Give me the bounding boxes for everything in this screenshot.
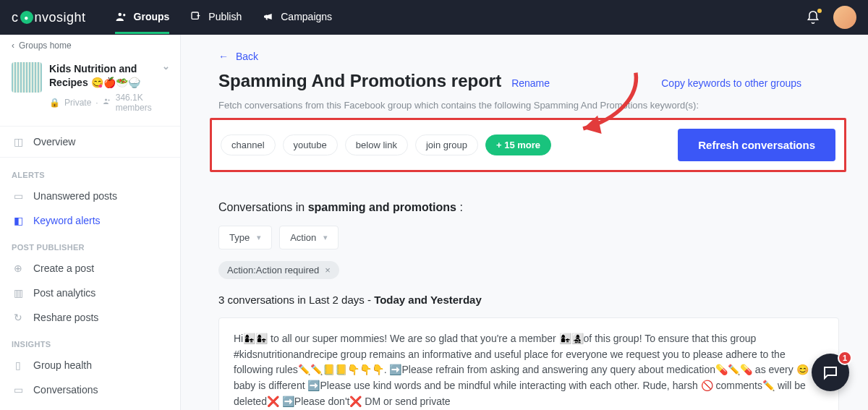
sidebar-section-group-settings: GROUP SETTINGS [0, 402, 180, 410]
sidebar-item-label: Reshare posts [33, 312, 98, 323]
group-members: 346.1K members [116, 93, 169, 113]
sidebar-item-label: Unanswered posts [33, 190, 117, 202]
logo-mark-icon: ● [20, 11, 33, 24]
page-description: Fetch conversations from this Facebook g… [181, 97, 868, 118]
page-title: Spamming And Promotions report [218, 71, 501, 91]
nav-groups[interactable]: Groups [115, 1, 170, 34]
sidebar-item-label: Group health [33, 359, 92, 371]
top-nav: Groups Publish Campaigns [115, 1, 806, 34]
lock-icon: 🔒 [49, 98, 60, 108]
main-content: ← Back Spamming And Promotions report Re… [181, 35, 868, 410]
type-filter-button[interactable]: Type [218, 226, 272, 249]
conversation-card[interactable]: Hi👩‍👧👩‍👧 to all our super mommies! We ar… [218, 317, 839, 410]
group-privacy: Private [64, 98, 91, 108]
keyword-chip[interactable]: channel [221, 134, 276, 155]
help-chat-button[interactable]: 1 [812, 354, 849, 391]
sidebar-item-group-health[interactable]: ▯ Group health [0, 353, 180, 377]
publish-icon [190, 10, 203, 23]
arrow-left-icon: ← [218, 51, 229, 62]
chevron-down-icon[interactable]: ⌄ [162, 61, 170, 72]
active-filter-tag[interactable]: Action: Action required × [218, 261, 339, 279]
groups-icon [115, 10, 128, 23]
sidebar-item-create-post[interactable]: ⊕ Create a post [0, 256, 180, 281]
conversation-range: 3 conversations in Last 2 days - Today a… [181, 294, 868, 317]
svg-point-3 [105, 99, 107, 101]
keyword-chip[interactable]: join group [415, 134, 478, 155]
sidebar-item-unanswered-posts[interactable]: ▭ Unanswered posts [0, 184, 180, 208]
refresh-conversations-button[interactable]: Refresh conversations [678, 129, 835, 161]
post-icon: ▭ [12, 190, 25, 202]
keywords-panel: channel youtube below link join group + … [210, 118, 846, 172]
sidebar-item-label: Overview [33, 136, 75, 148]
alert-icon: ◧ [12, 215, 25, 226]
campaigns-icon [262, 10, 275, 23]
chat-bubble-icon [822, 364, 839, 381]
nav-label: Groups [134, 11, 170, 22]
reshare-icon: ↻ [12, 312, 25, 323]
health-icon: ▯ [12, 359, 25, 371]
sidebar-item-conversations[interactable]: ▭ Conversations [0, 377, 180, 402]
action-filter-button[interactable]: Action [279, 226, 339, 249]
sidebar-item-overview[interactable]: ◫ Overview [0, 129, 180, 154]
conversations-heading: Conversations in spamming and promotions… [181, 172, 868, 226]
svg-point-1 [123, 14, 125, 16]
sidebar-item-label: Post analytics [33, 287, 95, 299]
keyword-chip[interactable]: youtube [283, 134, 338, 155]
notifications-button[interactable] [806, 10, 820, 25]
sidebar-section-insights: INSIGHTS [0, 330, 180, 353]
breadcrumb-groups-home[interactable]: ‹ Groups home [0, 35, 180, 56]
breadcrumb-label: Groups home [19, 40, 72, 51]
sidebar-section-post-publisher: POST PUBLISHER [0, 233, 180, 256]
notification-dot-icon [817, 9, 822, 13]
back-label: Back [236, 51, 258, 62]
keyword-more-chip[interactable]: + 15 more [485, 134, 551, 155]
chat-icon: ▭ [12, 384, 25, 396]
rename-link[interactable]: Rename [511, 77, 550, 89]
logo[interactable]: c ● nvosight [12, 10, 86, 25]
close-icon[interactable]: × [325, 265, 331, 276]
sidebar-item-label: Create a post [33, 262, 94, 274]
user-avatar[interactable] [833, 6, 856, 29]
members-icon [103, 97, 111, 108]
chart-icon: ▥ [12, 287, 25, 299]
chat-badge: 1 [838, 351, 852, 365]
copy-keywords-link[interactable]: Copy keywords to other groups [661, 77, 830, 89]
sidebar-section-alerts: ALERTS [0, 161, 180, 184]
nav-label: Publish [208, 11, 242, 22]
keyword-chips: channel youtube below link join group + … [221, 134, 551, 155]
plus-circle-icon: ⊕ [12, 262, 25, 274]
grid-icon: ◫ [12, 136, 25, 148]
nav-label: Campaigns [281, 11, 332, 22]
svg-point-0 [118, 12, 122, 16]
sidebar-item-label: Conversations [33, 384, 98, 396]
nav-campaigns[interactable]: Campaigns [262, 1, 332, 34]
logo-prefix: c [12, 10, 19, 25]
group-header[interactable]: Kids Nutrition and Recipes 😋🍎🥗🍚 🔒 Privat… [0, 56, 180, 123]
sidebar-item-label: Keyword alerts [33, 215, 101, 226]
sidebar-item-keyword-alerts[interactable]: ◧ Keyword alerts [0, 208, 180, 233]
sidebar-item-reshare-posts[interactable]: ↻ Reshare posts [0, 305, 180, 330]
sidebar-item-post-analytics[interactable]: ▥ Post analytics [0, 281, 180, 305]
svg-point-4 [108, 100, 109, 101]
logo-suffix: nvosight [35, 10, 86, 25]
back-button[interactable]: ← Back [181, 35, 868, 71]
group-title: Kids Nutrition and Recipes 😋🍎🥗🍚 [49, 62, 169, 90]
nav-publish[interactable]: Publish [190, 1, 242, 34]
post-body: Hi👩‍👧👩‍👧 to all our super mommies! We ar… [234, 333, 809, 407]
chevron-left-icon: ‹ [12, 40, 14, 51]
keyword-chip[interactable]: below link [345, 134, 408, 155]
group-thumbnail [12, 62, 42, 93]
sidebar: ‹ Groups home Kids Nutrition and Recipes… [0, 35, 181, 410]
